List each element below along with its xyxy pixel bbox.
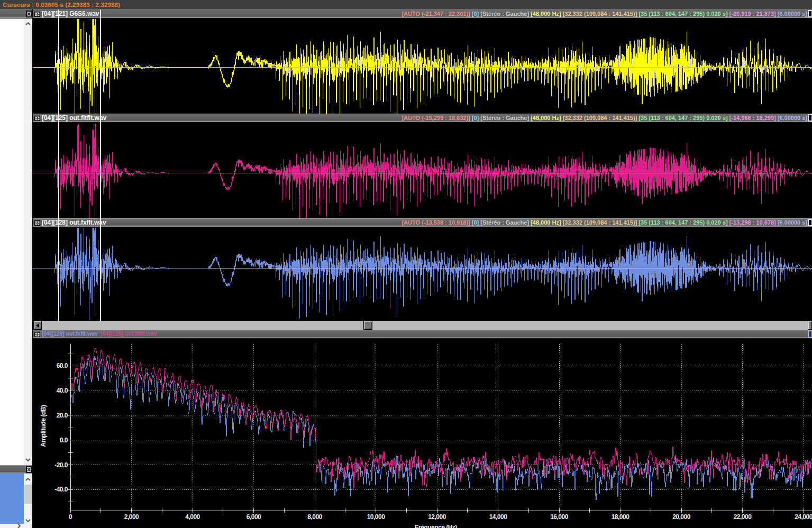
svg-text:18,000: 18,000 (612, 513, 630, 521)
svg-text:60.0: 60.0 (57, 362, 68, 369)
svg-text:12,000: 12,000 (428, 513, 446, 521)
svg-text:4,000: 4,000 (185, 513, 200, 521)
svg-text:0: 0 (69, 513, 72, 521)
svg-text:-40.0: -40.0 (54, 486, 68, 493)
svg-text:Amplitude (dB): Amplitude (dB) (40, 405, 47, 447)
svg-text:6,000: 6,000 (247, 513, 261, 521)
svg-text:22,000: 22,000 (734, 513, 752, 521)
svg-text:24,000: 24,000 (795, 513, 812, 521)
svg-text:16,000: 16,000 (550, 513, 569, 521)
svg-text:14,000: 14,000 (489, 513, 508, 521)
svg-text:Fréquence (Hz): Fréquence (Hz) (415, 524, 457, 528)
svg-text:40.0: 40.0 (57, 387, 68, 394)
svg-text:-20.0: -20.0 (54, 461, 68, 469)
svg-text:8,000: 8,000 (307, 513, 322, 521)
svg-text:20,000: 20,000 (672, 513, 691, 521)
svg-text:20.0: 20.0 (57, 412, 68, 419)
svg-text:2,000: 2,000 (124, 513, 139, 521)
svg-text:10,000: 10,000 (367, 513, 386, 521)
svg-text:0.0: 0.0 (60, 437, 68, 444)
